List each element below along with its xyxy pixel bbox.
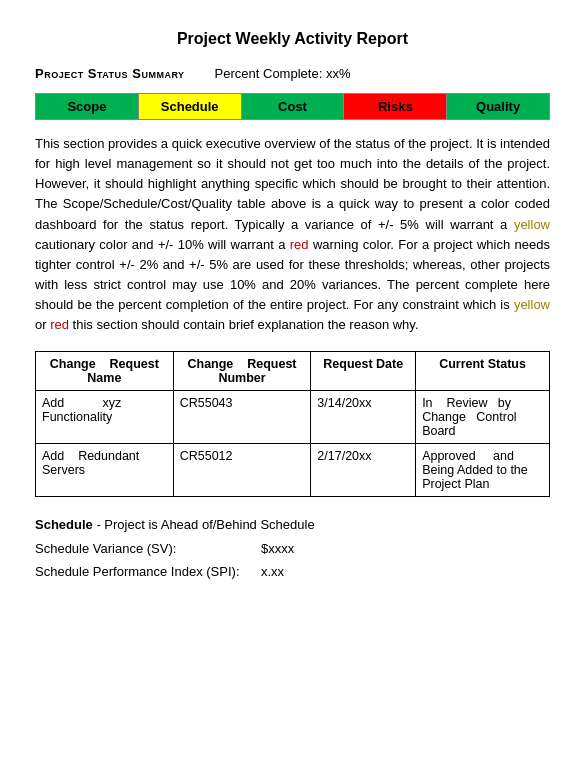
schedule-spi-line: Schedule Performance Index (SPI): x.xx — [35, 560, 550, 583]
percent-complete: Percent Complete: xx% — [215, 66, 351, 81]
schedule-title: Schedule - Project is Ahead of/Behind Sc… — [35, 513, 315, 536]
status-bar: Scope Schedule Cost Risks Quality — [35, 93, 550, 120]
status-cell-scope: Scope — [36, 94, 139, 119]
cr-row1-status: In Review byChange ControlBoard — [416, 391, 550, 444]
status-cell-schedule: Schedule — [139, 94, 242, 119]
cr-row2-name: Add RedundantServers — [36, 444, 174, 497]
status-cell-risks: Risks — [344, 94, 447, 119]
schedule-spi-value: x.xx — [261, 560, 284, 583]
percent-complete-value: xx% — [326, 66, 351, 81]
cr-row2-number: CR55012 — [173, 444, 311, 497]
schedule-section: Schedule - Project is Ahead of/Behind Sc… — [35, 513, 550, 583]
status-cell-cost: Cost — [242, 94, 345, 119]
description-text: This section provides a quick executive … — [35, 134, 550, 335]
cr-header-name: Change RequestName — [36, 352, 174, 391]
cr-row1-date: 3/14/20xx — [311, 391, 416, 444]
cr-header-status: Current Status — [416, 352, 550, 391]
schedule-sv-value: $xxxx — [261, 537, 294, 560]
schedule-spi-label: Schedule Performance Index (SPI): — [35, 560, 255, 583]
schedule-sv-line: Schedule Variance (SV): $xxxx — [35, 537, 550, 560]
cr-row1-number: CR55043 — [173, 391, 311, 444]
status-summary-label: Project Status Summary — [35, 66, 185, 81]
schedule-title-line: Schedule - Project is Ahead of/Behind Sc… — [35, 513, 550, 536]
cr-row2-date: 2/17/20xx — [311, 444, 416, 497]
schedule-sv-label: Schedule Variance (SV): — [35, 537, 255, 560]
percent-complete-label: Percent Complete: — [215, 66, 323, 81]
cr-row2-status: Approved andBeing Added to theProject Pl… — [416, 444, 550, 497]
table-row: Add xyzFunctionality CR55043 3/14/20xx I… — [36, 391, 550, 444]
table-row: Add RedundantServers CR55012 2/17/20xx A… — [36, 444, 550, 497]
cr-header-date: Request Date — [311, 352, 416, 391]
page-title: Project Weekly Activity Report — [35, 30, 550, 48]
status-summary-row: Project Status Summary Percent Complete:… — [35, 66, 550, 81]
cr-header-number: Change RequestNumber — [173, 352, 311, 391]
cr-row1-name: Add xyzFunctionality — [36, 391, 174, 444]
status-cell-quality: Quality — [447, 94, 549, 119]
change-request-table: Change RequestName Change RequestNumber … — [35, 351, 550, 497]
